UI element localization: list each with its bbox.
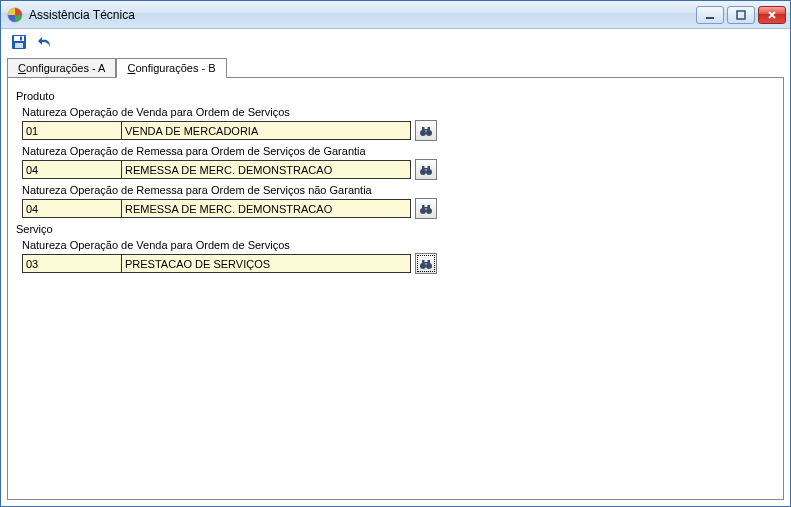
servico-field1-desc-input[interactable] [121, 254, 411, 273]
servico-field1-row [22, 253, 775, 274]
produto-field3-label: Natureza Operação de Remessa para Ordem … [22, 184, 775, 196]
window-controls [696, 6, 786, 24]
window: Assistência Técnica [0, 0, 791, 507]
window-title: Assistência Técnica [29, 8, 696, 22]
servico-field1-code-input[interactable] [22, 254, 122, 273]
produto-field1-lookup-button[interactable] [415, 120, 437, 141]
produto-field2-desc-input[interactable] [121, 160, 411, 179]
svg-rect-11 [424, 129, 428, 131]
produto-field3-row [22, 198, 775, 219]
svg-rect-6 [15, 43, 23, 48]
tab-panel-b: Produto Natureza Operação de Venda para … [7, 77, 784, 500]
produto-field3-code-input[interactable] [22, 199, 122, 218]
svg-rect-26 [424, 262, 428, 264]
produto-field1-desc-input[interactable] [121, 121, 411, 140]
binoculars-icon [419, 163, 433, 177]
binoculars-icon [419, 202, 433, 216]
svg-rect-2 [737, 11, 745, 19]
produto-field2-code-input[interactable] [22, 160, 122, 179]
tab-config-b[interactable]: Configurações - B [116, 58, 226, 78]
titlebar: Assistência Técnica [1, 1, 790, 29]
produto-field1-code-input[interactable] [22, 121, 122, 140]
maximize-button[interactable] [727, 6, 755, 24]
svg-rect-1 [706, 17, 714, 19]
tab-a-accel: C [18, 62, 26, 74]
close-button[interactable] [758, 6, 786, 24]
produto-field3-lookup-button[interactable] [415, 198, 437, 219]
tab-config-a[interactable]: Configurações - A [7, 58, 116, 77]
toolbar [1, 29, 790, 55]
tab-b-rest: onfigurações - B [135, 62, 215, 74]
section-servico-label: Serviço [16, 223, 775, 235]
produto-field3-desc-input[interactable] [121, 199, 411, 218]
minimize-button[interactable] [696, 6, 724, 24]
svg-rect-21 [424, 207, 428, 209]
produto-field1-row [22, 120, 775, 141]
produto-field2-lookup-button[interactable] [415, 159, 437, 180]
produto-field1-label: Natureza Operação de Venda para Ordem de… [22, 106, 775, 118]
section-produto-label: Produto [16, 90, 775, 102]
app-icon [7, 7, 23, 23]
binoculars-icon [419, 257, 433, 271]
tab-strip: Configurações - A Configurações - B [1, 55, 790, 77]
servico-field1-label: Natureza Operação de Venda para Ordem de… [22, 239, 775, 251]
produto-field2-row [22, 159, 775, 180]
servico-field1-lookup-button[interactable] [415, 253, 437, 274]
svg-rect-16 [424, 168, 428, 170]
svg-rect-4 [14, 36, 24, 41]
binoculars-icon [419, 124, 433, 138]
produto-field2-label: Natureza Operação de Remessa para Ordem … [22, 145, 775, 157]
tab-a-rest: onfigurações - A [26, 62, 106, 74]
undo-button[interactable] [35, 32, 55, 52]
save-button[interactable] [9, 32, 29, 52]
svg-rect-5 [20, 37, 22, 41]
